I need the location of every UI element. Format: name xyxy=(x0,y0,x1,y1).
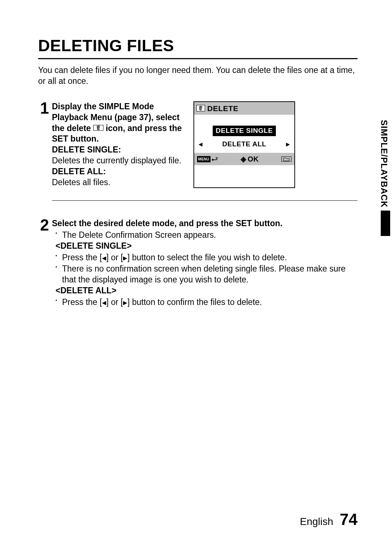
trash-icon xyxy=(93,125,103,131)
step-number: 2 xyxy=(38,218,52,232)
lcd-screen: DELETE DELETE SINGLE ◀ DELETE ALL ▶ xyxy=(193,101,295,188)
right-arrow-icon: ▶ xyxy=(285,142,291,147)
return-icon: ⮐ xyxy=(212,155,218,163)
lcd-menu-hint: MENU ⮐ xyxy=(197,155,218,163)
lcd-ok-hint: ◈ OK xyxy=(241,154,258,164)
step-2: 2 Select the desired delete mode, and pr… xyxy=(38,218,358,308)
lcd-header: DELETE xyxy=(194,102,294,115)
step2-bullet: The Delete Confirmation Screen appears. xyxy=(62,230,358,241)
trash-icon xyxy=(196,105,205,111)
folder-icon xyxy=(281,156,291,162)
lcd-option-delete-all: DELETE ALL xyxy=(219,139,269,150)
intro-text: You can delete files if you no longer ne… xyxy=(38,65,358,87)
side-tab: SIMPLE/PLAYBACK xyxy=(379,118,392,236)
side-tab-label: SIMPLE/PLAYBACK xyxy=(379,118,392,209)
step2-ds-bullet-1: Press the [◀] or [▶] button to select th… xyxy=(62,252,358,263)
step2-ds-bullet-2: There is no confirmation screen when del… xyxy=(62,264,358,285)
step-number: 1 xyxy=(38,101,52,115)
step2-heading: Select the desired delete mode, and pres… xyxy=(52,218,358,229)
lcd-header-text: DELETE xyxy=(207,103,238,113)
side-tab-marker xyxy=(381,211,390,236)
right-arrow-icon: ▶ xyxy=(123,255,127,261)
delete-all-label: DELETE ALL: xyxy=(52,167,106,176)
step-divider xyxy=(52,200,358,201)
footer-language: English xyxy=(300,516,333,527)
left-arrow-icon: ◀ xyxy=(102,300,106,306)
step-1: 1 Display the SIMPLE Mode Playback Menu … xyxy=(38,101,358,207)
delete-all-heading: <DELETE ALL> xyxy=(56,285,358,296)
footer-page-number: 74 xyxy=(340,510,358,529)
left-arrow-icon: ◀ xyxy=(197,142,204,147)
step2-da-bullet-1: Press the [◀] or [▶] button to confirm t… xyxy=(62,297,358,308)
right-arrow-icon: ▶ xyxy=(123,300,127,306)
delete-all-desc: Deletes all files. xyxy=(52,178,110,187)
lcd-ok-text: OK xyxy=(248,154,258,164)
delete-single-desc: Deletes the currently displayed file. xyxy=(52,156,181,165)
diamond-icon: ◈ xyxy=(241,154,246,164)
page-footer: English 74 xyxy=(300,510,358,529)
delete-single-heading: <DELETE SINGLE> xyxy=(56,241,358,252)
menu-badge: MENU xyxy=(197,156,211,162)
title-rule xyxy=(38,58,358,59)
lcd-option-delete-single: DELETE SINGLE xyxy=(213,126,275,136)
left-arrow-icon: ◀ xyxy=(102,255,106,261)
delete-single-label: DELETE SINGLE: xyxy=(52,145,121,154)
page-title: DELETING FILES xyxy=(38,36,358,55)
